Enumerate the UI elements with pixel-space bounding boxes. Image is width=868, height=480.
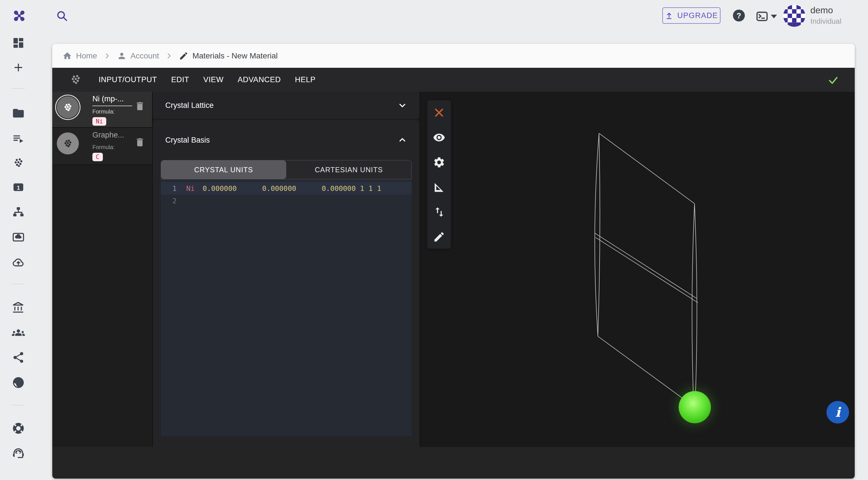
create-new-icon[interactable] <box>12 61 25 74</box>
breadcrumb-account-label: Account <box>130 52 159 61</box>
editor-line-1[interactable]: 1 Ni 0.000000 0.000000 0.000000 1 1 1 <box>161 182 412 195</box>
ni-atom-sphere[interactable] <box>679 391 711 423</box>
materials-icon[interactable] <box>12 157 25 169</box>
menu-advanced[interactable]: ADVANCED <box>238 75 281 84</box>
top-bar: UPGRADE ? demo Individual <box>0 0 868 32</box>
structure-3d-viewer[interactable]: i <box>420 92 855 447</box>
unit-cell-icon[interactable]: 1 <box>12 181 25 194</box>
cloud-upload-icon[interactable] <box>12 256 25 269</box>
home-icon <box>62 51 72 61</box>
import-export-icon[interactable] <box>433 206 445 218</box>
contact-support-icon[interactable] <box>12 447 25 460</box>
crystal-lattice-section[interactable]: Crystal Lattice <box>153 92 420 119</box>
user-avatar[interactable] <box>783 5 805 27</box>
unit-cell-wireframe <box>420 92 854 447</box>
share-icon[interactable] <box>12 351 25 364</box>
structure-editor-panel: Crystal Lattice Crystal Basis CRYSTAL UN… <box>153 92 420 447</box>
measure-set-square-icon[interactable] <box>433 181 445 194</box>
line-number: 2 <box>161 197 177 205</box>
formula-chip: C <box>92 153 103 161</box>
content-row: Ni (mp-... Formula: Ni Graphe... Formula <box>52 92 855 447</box>
units-tabs: CRYSTAL UNITS CARTESIAN UNITS <box>161 160 412 179</box>
material-thumbnail <box>57 96 79 118</box>
team-icon[interactable] <box>12 326 25 339</box>
media-icon[interactable] <box>12 231 25 244</box>
crystal-basis-header[interactable]: Crystal Basis <box>153 120 420 160</box>
edit-pencil-icon <box>179 51 188 61</box>
main-window: Home Account Materials - New Material IN… <box>52 44 855 479</box>
editor-line-2[interactable]: 2 <box>161 195 412 207</box>
menu-help[interactable]: HELP <box>295 75 316 84</box>
basis-code-editor[interactable]: 1 Ni 0.000000 0.000000 0.000000 1 1 1 2 <box>161 179 412 436</box>
close-icon[interactable] <box>433 106 445 119</box>
upload-icon <box>665 11 673 20</box>
material-name[interactable]: Ni (mp-... <box>92 95 132 106</box>
upgrade-label: UPGRADE <box>677 11 718 20</box>
element-token: Ni <box>186 184 195 193</box>
menu-view[interactable]: VIEW <box>204 75 223 84</box>
chevron-up-icon[interactable] <box>398 135 407 145</box>
materials-list: Ni (mp-... Formula: Ni Graphe... Formula <box>52 92 153 447</box>
material-name[interactable]: Graphe... <box>92 131 132 142</box>
console-menu-icon[interactable] <box>755 9 777 24</box>
crystal-basis-section: Crystal Basis CRYSTAL UNITS CARTESIAN UN… <box>153 120 420 447</box>
breadcrumb-home-label: Home <box>76 52 97 61</box>
material-item-graphene[interactable]: Graphe... Formula: C <box>52 128 152 165</box>
viewer-toolbar <box>427 100 451 249</box>
projects-folder-icon[interactable] <box>12 107 25 120</box>
breadcrumb-current-label: Materials - New Material <box>192 52 278 61</box>
save-check-icon[interactable] <box>827 74 839 86</box>
breadcrumb-account[interactable]: Account <box>117 51 159 61</box>
edit-pencil-icon[interactable] <box>433 231 445 243</box>
svg-text:?: ? <box>737 11 741 20</box>
sidebar-divider <box>12 284 25 284</box>
atoms-cluster-icon <box>69 73 83 87</box>
help-icon[interactable]: ? <box>733 9 745 22</box>
user-name: demo <box>810 5 833 15</box>
tab-cartesian-units[interactable]: CARTESIAN UNITS <box>286 160 411 179</box>
sidebar-divider <box>12 405 25 406</box>
chevron-down-icon <box>771 15 777 19</box>
chevron-right-icon <box>103 52 111 60</box>
person-icon <box>117 51 127 61</box>
hierarchy-icon[interactable] <box>12 206 25 218</box>
support-wheel-icon[interactable] <box>12 422 25 435</box>
delete-material-icon[interactable] <box>134 101 145 111</box>
chevron-down-icon[interactable] <box>398 101 407 110</box>
sidebar-nav: 1 <box>0 32 37 480</box>
workflows-icon[interactable] <box>12 132 25 145</box>
tab-crystal-units[interactable]: CRYSTAL UNITS <box>161 160 286 179</box>
visibility-eye-icon[interactable] <box>433 131 445 144</box>
editor-menubar: INPUT/OUTPUT EDIT VIEW ADVANCED HELP <box>52 68 855 92</box>
app-logo-icon[interactable] <box>11 8 27 24</box>
menu-edit[interactable]: EDIT <box>171 75 189 84</box>
dashboard-icon[interactable] <box>12 36 25 49</box>
sidebar-divider <box>12 88 25 89</box>
material-thumbnail <box>57 132 79 155</box>
upgrade-button[interactable]: UPGRADE <box>662 7 720 24</box>
crystal-lattice-title: Crystal Lattice <box>165 101 214 110</box>
formula-label: Formula: <box>92 144 132 150</box>
chevron-right-icon <box>165 52 173 60</box>
settings-gear-icon[interactable] <box>433 156 445 169</box>
info-button[interactable]: i <box>827 401 849 423</box>
menu-input-output[interactable]: INPUT/OUTPUT <box>99 75 157 84</box>
breadcrumb-current: Materials - New Material <box>179 51 278 61</box>
institution-icon[interactable] <box>12 301 25 314</box>
search-icon[interactable] <box>55 9 68 22</box>
formula-chip: Ni <box>92 117 106 126</box>
svg-text:1: 1 <box>17 184 20 191</box>
material-item-ni[interactable]: Ni (mp-... Formula: Ni <box>52 92 152 128</box>
crystal-basis-title: Crystal Basis <box>165 136 210 144</box>
user-plan: Individual <box>810 17 841 26</box>
breadcrumb: Home Account Materials - New Material <box>52 44 855 68</box>
public-web-icon[interactable] <box>12 376 25 389</box>
line-number: 1 <box>161 184 177 193</box>
delete-material-icon[interactable] <box>134 137 145 148</box>
breadcrumb-home[interactable]: Home <box>62 51 97 61</box>
coordinates-token: 0.000000 0.000000 0.000000 1 1 1 <box>203 184 381 193</box>
window-footer <box>52 447 855 479</box>
formula-label: Formula: <box>92 108 132 115</box>
